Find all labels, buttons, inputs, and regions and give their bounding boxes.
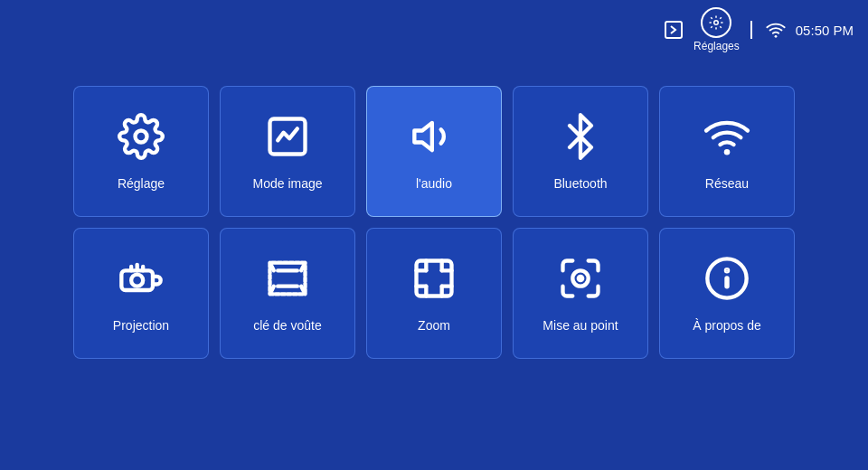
divider bbox=[750, 21, 752, 39]
svg-point-3 bbox=[136, 130, 147, 142]
bluetooth-label: Bluetooth bbox=[553, 176, 607, 191]
grid-item-mode-image[interactable]: Mode image bbox=[220, 86, 355, 217]
reglage-icon bbox=[118, 113, 165, 164]
grid-item-laudio[interactable]: l'audio bbox=[366, 86, 502, 217]
grid-item-projection[interactable]: Projection bbox=[73, 228, 209, 359]
exit-icon[interactable] bbox=[661, 17, 686, 42]
settings-label: Réglages bbox=[693, 40, 740, 52]
reglage-label: Réglage bbox=[118, 176, 165, 191]
svg-marker-5 bbox=[414, 122, 432, 149]
reseau-icon bbox=[703, 113, 750, 164]
mise-au-point-icon bbox=[557, 255, 604, 306]
zoom-label: Zoom bbox=[418, 318, 450, 333]
laudio-icon bbox=[410, 113, 458, 164]
grid-item-cle-de-voute[interactable]: clé de voûte bbox=[220, 228, 355, 359]
mise-au-point-label: Mise au point bbox=[542, 318, 618, 333]
zoom-icon bbox=[410, 255, 458, 306]
cle-de-voute-icon bbox=[264, 255, 311, 306]
wifi-icon bbox=[763, 17, 788, 42]
svg-rect-13 bbox=[417, 260, 452, 296]
projection-label: Projection bbox=[113, 318, 169, 333]
cle-de-voute-label: clé de voûte bbox=[253, 318, 322, 333]
projection-icon bbox=[118, 255, 165, 306]
reseau-label: Réseau bbox=[705, 176, 749, 191]
svg-point-15 bbox=[579, 276, 582, 279]
svg-point-17 bbox=[726, 269, 728, 271]
bluetooth-icon bbox=[557, 113, 604, 164]
grid-item-reseau[interactable]: Réseau bbox=[659, 86, 795, 217]
grid-item-mise-au-point[interactable]: Mise au point bbox=[513, 228, 648, 359]
laudio-label: l'audio bbox=[416, 176, 452, 191]
a-propos-de-label: À propos de bbox=[693, 318, 761, 333]
svg-rect-12 bbox=[270, 262, 306, 294]
grid-item-bluetooth[interactable]: Bluetooth bbox=[513, 86, 648, 217]
svg-point-8 bbox=[131, 274, 143, 286]
time-display: 05:50 PM bbox=[796, 23, 854, 38]
mode-image-label: Mode image bbox=[252, 176, 322, 191]
grid-item-reglage[interactable]: Réglage bbox=[73, 86, 209, 217]
settings-grid: RéglageMode imagel'audioBluetoothRéseauP… bbox=[73, 86, 795, 359]
settings-button[interactable]: Réglages bbox=[693, 7, 740, 52]
grid-item-zoom[interactable]: Zoom bbox=[366, 228, 502, 359]
grid-item-a-propos-de[interactable]: À propos de bbox=[659, 228, 795, 359]
a-propos-de-icon bbox=[703, 255, 750, 306]
svg-point-1 bbox=[714, 21, 719, 25]
svg-rect-0 bbox=[665, 22, 682, 38]
mode-image-icon bbox=[264, 113, 311, 164]
top-bar: Réglages 05:50 PM bbox=[646, 0, 868, 60]
